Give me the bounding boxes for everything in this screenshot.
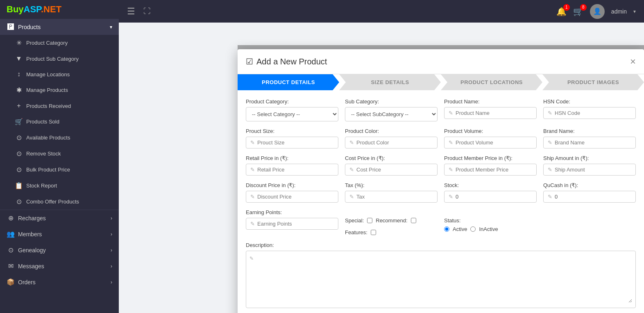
sidebar: BuyASP.NET 🅿 Products ▾ ✳ Product Catego… (0, 0, 119, 313)
sidebar-item-stock-report[interactable]: 📋 Stock Report (0, 178, 119, 194)
sidebar-item-members[interactable]: 👥 Members › (0, 226, 119, 242)
wizard-step-product-details[interactable]: PRODUCT DETAILS (238, 74, 339, 90)
product-color-input[interactable] (356, 139, 433, 146)
hamburger-icon[interactable]: ☰ (127, 6, 135, 17)
sidebar-item-products-sold-label: Products Sold (26, 119, 59, 125)
wizard-step-product-images[interactable]: PRODUCT IMAGES (542, 74, 644, 90)
sidebar-item-manage-locations[interactable]: ↕ Manage Locations (0, 66, 119, 82)
discount-price-edit-icon: ✎ (250, 194, 255, 200)
product-name-input[interactable] (456, 110, 532, 116)
discount-price-input[interactable] (257, 194, 334, 200)
member-price-label: Product Member Price in (₹): (444, 155, 537, 161)
sidebar-item-manage-products-label: Manage Products (26, 87, 68, 93)
earning-points-input[interactable] (257, 221, 334, 227)
notification-badge: 1 (563, 4, 570, 11)
qucash-input[interactable] (555, 194, 631, 200)
product-color-input-group: ✎ (345, 137, 438, 149)
product-category-select[interactable]: -- Select Category -- (246, 107, 338, 121)
product-size-input-group: ✎ (246, 137, 338, 149)
inactive-radio[interactable] (470, 226, 476, 232)
admin-label[interactable]: admin (611, 8, 627, 15)
product-category-icon: ✳ (15, 39, 23, 47)
notification-button[interactable]: 🔔 1 (556, 7, 567, 16)
sidebar-item-products-received-label: Products Received (26, 103, 71, 109)
cost-price-edit-icon: ✎ (349, 167, 354, 173)
sidebar-item-bulk-product-price[interactable]: ⊙ Bulk Product Price (0, 162, 119, 178)
tax-input[interactable] (356, 194, 433, 200)
description-textarea[interactable] (249, 262, 632, 303)
form-row-3: Retail Price in (₹): ✎ Cost Price in (₹)… (246, 155, 636, 176)
sidebar-item-remove-stock-label: Remove Stock (26, 151, 61, 157)
features-checkbox[interactable] (371, 230, 376, 235)
special-label: Special: (345, 217, 364, 224)
product-size-input[interactable] (257, 139, 334, 146)
fullscreen-icon[interactable]: ⛶ (143, 7, 151, 16)
product-color-label: Product Color: (345, 128, 438, 134)
recommend-checkbox[interactable] (411, 218, 416, 223)
retail-price-input[interactable] (257, 167, 334, 173)
wizard-step-product-locations[interactable]: PRODUCT LOCATIONS (441, 74, 542, 90)
sidebar-item-remove-stock[interactable]: ⊙ Remove Stock (0, 146, 119, 162)
qucash-input-group: ✎ (543, 191, 636, 203)
brand-name-input[interactable] (555, 139, 631, 146)
sidebar-item-genealogy[interactable]: ⊙ Genealogy › (0, 242, 119, 258)
sidebar-item-orders[interactable]: 📦 Orders › (0, 274, 119, 290)
stock-input-group: ✎ (444, 191, 537, 203)
brand-buy: Buy (7, 4, 24, 14)
sidebar-item-messages[interactable]: ✉ Messages › (0, 258, 119, 274)
product-volume-input-group: ✎ (444, 137, 537, 149)
form-row-1: Product Category: -- Select Category -- … (246, 98, 636, 121)
active-label: Active (453, 226, 467, 232)
ship-amount-group: Ship Amount in (₹): ✎ (543, 155, 636, 176)
qucash-group: QuCash in (₹): ✎ (543, 182, 636, 203)
active-radio[interactable] (444, 226, 449, 232)
avatar[interactable]: 👤 (590, 4, 605, 19)
stock-label: Stock: (444, 182, 537, 188)
retail-price-label: Retail Price in (₹): (246, 155, 338, 161)
cart-button[interactable]: 🛒 8 (573, 7, 583, 16)
special-checkbox[interactable] (367, 218, 372, 223)
sidebar-item-product-category[interactable]: ✳ Product Category (0, 35, 119, 51)
product-volume-input[interactable] (456, 139, 532, 146)
cost-price-input-group: ✎ (345, 164, 438, 176)
cart-badge: 8 (580, 4, 587, 11)
bulk-product-price-icon: ⊙ (15, 166, 23, 174)
brand-net: .NET (41, 4, 61, 14)
product-category-group: Product Category: -- Select Category -- (246, 98, 338, 121)
modal-title: ☑ Add a New Product (246, 57, 327, 66)
tax-edit-icon: ✎ (349, 194, 354, 200)
cost-price-input[interactable] (356, 167, 433, 173)
sidebar-item-product-sub-category[interactable]: ▼ Product Sub Category (0, 51, 119, 66)
sidebar-item-products[interactable]: 🅿 Products ▾ (0, 19, 119, 35)
description-group: Description: ✎ (246, 242, 636, 308)
modal-close-button[interactable]: × (630, 56, 636, 67)
sidebar-item-products-sold[interactable]: 🛒 Products Sold (0, 114, 119, 130)
sidebar-item-bulk-product-price-label: Bulk Product Price (26, 167, 70, 173)
brand-logo: BuyASP.NET (0, 0, 119, 19)
ship-amount-input[interactable] (555, 167, 631, 173)
sidebar-item-combo-offer-products[interactable]: ⊙ Combo Offer Products (0, 194, 119, 210)
description-edit-icon: ✎ (249, 256, 254, 261)
sub-category-select[interactable]: -- Select SubCategory -- (345, 107, 438, 121)
wizard-step-product-locations-label: PRODUCT LOCATIONS (460, 79, 523, 85)
ship-amount-edit-icon: ✎ (548, 167, 552, 173)
stock-group: Stock: ✎ (444, 182, 537, 203)
sidebar-item-products-received[interactable]: + Products Received (0, 98, 119, 114)
hsn-code-group: HSN Code: ✎ (543, 98, 636, 121)
product-name-edit-icon: ✎ (449, 110, 453, 116)
member-price-input[interactable] (456, 167, 532, 173)
sidebar-item-available-products-label: Available Products (26, 135, 70, 141)
products-chevron-icon: ▾ (110, 24, 112, 30)
discount-price-group: Discount Price in (₹): ✎ (246, 182, 338, 203)
main-area: ☰ ⛶ 🔔 1 🛒 8 👤 admin ▾ ☑ Add a (119, 0, 644, 313)
sidebar-item-available-products[interactable]: ⊙ Available Products (0, 130, 119, 146)
stock-input[interactable] (456, 194, 532, 200)
wizard-step-size-details[interactable]: SIZE DETAILS (339, 74, 441, 90)
product-size-group: Prouct Size: ✎ (246, 128, 338, 149)
sidebar-item-recharges[interactable]: ⊕ Recharges › (0, 210, 119, 226)
description-label: Description: (246, 242, 636, 248)
sub-category-label: Sub Category: (345, 98, 438, 105)
sidebar-item-manage-products[interactable]: ✱ Manage Products (0, 82, 119, 98)
hsn-code-input[interactable] (555, 110, 631, 116)
hsn-code-label: HSN Code: (543, 98, 636, 105)
